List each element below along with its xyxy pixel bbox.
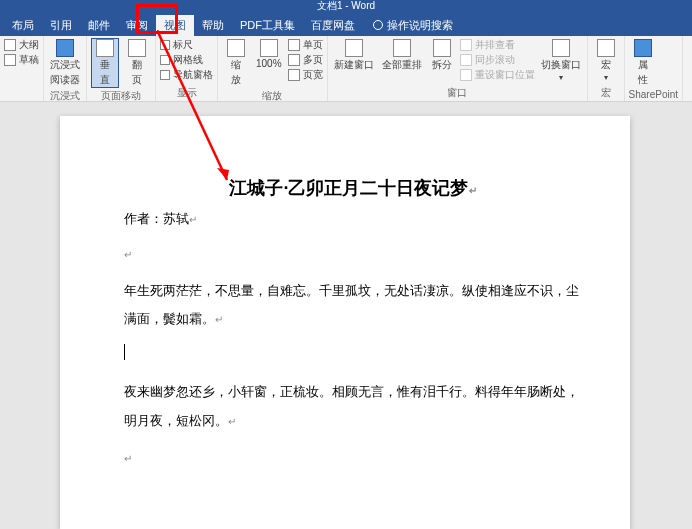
paragraph-mark-icon: ↵ — [469, 185, 477, 196]
checkbox-icon — [160, 55, 170, 65]
new-window-icon — [345, 39, 363, 57]
group-page-movement-label: 页面移动 — [91, 88, 151, 104]
ruler-checkbox[interactable]: 标尺 — [160, 38, 213, 52]
tab-help[interactable]: 帮助 — [194, 15, 232, 36]
zoom-button[interactable]: 缩 放 — [222, 38, 250, 88]
group-show-label: 显示 — [160, 85, 213, 101]
group-immersive: 沉浸式 阅读器 沉浸式 — [44, 36, 87, 101]
group-page-movement: 垂 直 翻 页 页面移动 — [87, 36, 156, 101]
paragraph-mark-icon: ↵ — [189, 214, 197, 225]
tab-references[interactable]: 引用 — [42, 15, 80, 36]
reset-window-icon — [460, 69, 472, 81]
one-page-icon — [288, 39, 300, 51]
arrange-all-button[interactable]: 全部重排 — [380, 38, 424, 73]
immersive-reader-icon — [56, 39, 74, 57]
empty-line[interactable]: ↵ — [124, 240, 582, 269]
immersive-reader-button[interactable]: 沉浸式 阅读器 — [48, 38, 82, 88]
properties-icon — [634, 39, 652, 57]
vertical-button[interactable]: 垂 直 — [91, 38, 119, 88]
properties-button[interactable]: 属 性 — [629, 38, 657, 88]
search-placeholder: 操作说明搜索 — [387, 18, 453, 33]
zoom-icon — [227, 39, 245, 57]
draft-view-button[interactable]: 草稿 — [4, 53, 39, 67]
split-icon — [433, 39, 451, 57]
group-macros: 宏 ▾ 宏 — [588, 36, 625, 101]
zoom-100-icon — [260, 39, 278, 57]
document-title[interactable]: 江城子·乙卯正月二十日夜记梦↵ — [124, 176, 582, 200]
page-width-icon — [288, 69, 300, 81]
vertical-icon — [96, 39, 114, 57]
group-macros-label: 宏 — [592, 85, 620, 101]
group-immersive-label: 沉浸式 — [48, 88, 82, 104]
group-zoom: 缩 放 100% 单页 多页 页宽 缩放 — [218, 36, 328, 101]
group-views-left: 大纲 草稿 — [0, 36, 44, 101]
one-page-button[interactable]: 单页 — [288, 38, 323, 52]
new-window-button[interactable]: 新建窗口 — [332, 38, 376, 73]
tab-baidu[interactable]: 百度网盘 — [303, 15, 363, 36]
page-width-button[interactable]: 页宽 — [288, 68, 323, 82]
reset-window-button: 重设窗口位置 — [460, 68, 535, 82]
paragraph-1[interactable]: 年生死两茫茫，不思量，自难忘。千里孤坟，无处话凄凉。纵使相逢应不识，尘满面，鬓如… — [124, 277, 582, 334]
tab-view[interactable]: 视图 — [156, 15, 194, 36]
page[interactable]: 江城子·乙卯正月二十日夜记梦↵ 作者：苏轼↵ ↵ 年生死两茫茫，不思量，自难忘。… — [60, 116, 630, 529]
group-window-label: 窗口 — [332, 85, 583, 101]
macros-icon — [597, 39, 615, 57]
group-views-spacer — [4, 88, 39, 101]
checkbox-icon — [160, 70, 170, 80]
group-sharepoint-label: SharePoint — [629, 88, 678, 101]
paragraph-mark-icon: ↵ — [124, 249, 132, 260]
chevron-down-icon: ▾ — [604, 73, 608, 82]
draft-icon — [4, 54, 16, 66]
side-by-side-icon — [460, 39, 472, 51]
cursor-line[interactable] — [124, 342, 582, 371]
tab-review[interactable]: 审阅 — [118, 15, 156, 36]
nav-pane-checkbox[interactable]: 导航窗格 — [160, 68, 213, 82]
text-cursor — [124, 344, 125, 360]
sync-scroll-button: 同步滚动 — [460, 53, 535, 67]
multi-page-button[interactable]: 多页 — [288, 53, 323, 67]
ribbon: 大纲 草稿 沉浸式 阅读器 沉浸式 垂 直 翻 页 — [0, 36, 692, 102]
title-bar: 文档1 - Word — [0, 0, 692, 14]
window-title: 文档1 - Word — [317, 0, 375, 11]
empty-line-end[interactable]: ↵ — [124, 444, 582, 473]
side-to-side-button[interactable]: 翻 页 — [123, 38, 151, 88]
macros-button[interactable]: 宏 ▾ — [592, 38, 620, 83]
document-author[interactable]: 作者：苏轼↵ — [124, 210, 582, 228]
group-sharepoint: 属 性 SharePoint — [625, 36, 683, 101]
menu-bar: 布局 引用 邮件 审阅 视图 帮助 PDF工具集 百度网盘 操作说明搜索 — [0, 14, 692, 36]
arrange-all-icon — [393, 39, 411, 57]
group-show: 标尺 网格线 导航窗格 显示 — [156, 36, 218, 101]
tell-me-search[interactable]: 操作说明搜索 — [373, 18, 453, 33]
tab-layout[interactable]: 布局 — [4, 15, 42, 36]
outline-icon — [4, 39, 16, 51]
group-zoom-label: 缩放 — [222, 88, 323, 104]
document-area[interactable]: 江城子·乙卯正月二十日夜记梦↵ 作者：苏轼↵ ↵ 年生死两茫茫，不思量，自难忘。… — [0, 102, 692, 529]
switch-windows-button[interactable]: 切换窗口 ▾ — [539, 38, 583, 83]
paragraph-mark-icon: ↵ — [215, 314, 223, 325]
outline-view-button[interactable]: 大纲 — [4, 38, 39, 52]
split-button[interactable]: 拆分 — [428, 38, 456, 73]
checkbox-icon — [160, 40, 170, 50]
tab-mail[interactable]: 邮件 — [80, 15, 118, 36]
view-side-by-side-button: 并排查看 — [460, 38, 535, 52]
zoom-100-button[interactable]: 100% — [254, 38, 284, 70]
switch-windows-icon — [552, 39, 570, 57]
multi-page-icon — [288, 54, 300, 66]
gridlines-checkbox[interactable]: 网格线 — [160, 53, 213, 67]
flip-icon — [128, 39, 146, 57]
paragraph-2[interactable]: 夜来幽梦忽还乡，小轩窗，正梳妆。相顾无言，惟有泪千行。料得年年肠断处，明月夜，短… — [124, 378, 582, 435]
sync-scroll-icon — [460, 54, 472, 66]
chevron-down-icon: ▾ — [559, 73, 563, 82]
group-window: 新建窗口 全部重排 拆分 并排查看 同步滚动 重设窗口位置 切换窗口 ▾ 窗口 — [328, 36, 588, 101]
lightbulb-icon — [373, 20, 383, 30]
paragraph-mark-icon: ↵ — [228, 416, 236, 427]
paragraph-mark-icon: ↵ — [124, 453, 132, 464]
tab-pdf-tools[interactable]: PDF工具集 — [232, 15, 303, 36]
